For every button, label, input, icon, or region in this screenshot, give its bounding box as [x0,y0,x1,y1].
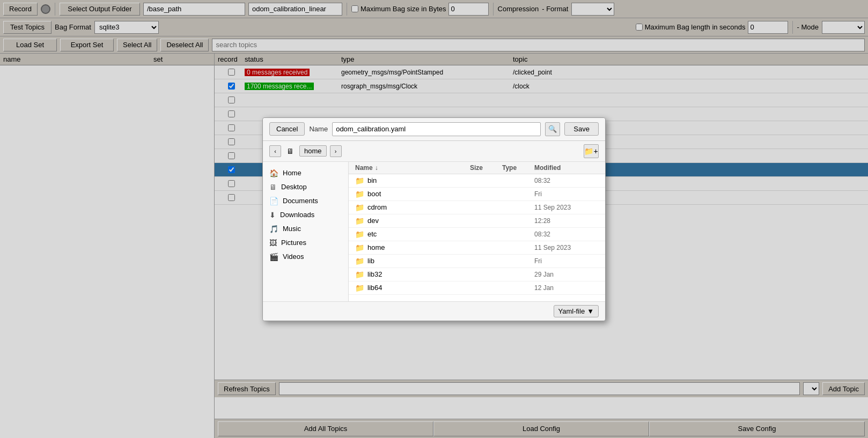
file-modified-6: Fri [534,257,599,265]
file-modified-2: 11 Sep 2023 [534,204,599,211]
col-modified-header: Modified [534,164,599,172]
col-type-header: Type [502,164,534,172]
file-modified-7: 29 Jan [534,271,599,278]
dialog-overlay: Cancel Name 🔍 Save ‹ 🖥 home › 📁+ 🏠 [0,0,868,438]
file-dialog: Cancel Name 🔍 Save ‹ 🖥 home › 📁+ 🏠 [262,117,606,321]
file-row[interactable]: 📁 bin 08:32 [349,174,605,188]
file-type-dropdown[interactable]: Yaml-file ▼ [554,305,599,317]
file-name-label-2: cdrom [367,203,387,211]
file-row[interactable]: 📁 lib Fri [349,255,605,268]
folder-icon-5: 📁 [355,243,364,252]
sidebar-item-desktop[interactable]: 🖥 Desktop [263,180,348,194]
col-size-header: Size [470,164,502,172]
col-name-header[interactable]: Name ↓ [355,164,470,172]
file-name-label-3: dev [367,217,379,225]
file-name-label-4: etc [367,230,377,238]
file-name-label-8: lib64 [367,284,382,292]
dialog-body: 🏠 Home 🖥 Desktop 📄 Documents ⬇ Downloads… [263,162,605,301]
file-rows-container: 📁 bin 08:32 📁 boot Fri 📁 cdrom 11 Sep 20… [349,174,605,295]
sidebar-music-label: Music [283,225,301,233]
file-name-label-6: lib [367,257,374,265]
dialog-filename-input[interactable] [332,122,541,136]
nav-new-folder-button[interactable]: 📁+ [584,144,599,158]
folder-icon-2: 📁 [355,203,364,212]
sidebar-pictures-label: Pictures [281,239,306,247]
folder-icon-6: 📁 [355,257,364,265]
dialog-sidebar: 🏠 Home 🖥 Desktop 📄 Documents ⬇ Downloads… [263,162,349,301]
dialog-footer: Yaml-file ▼ [263,301,605,321]
dialog-header: Cancel Name 🔍 Save [263,118,605,141]
home-icon: 🏠 [269,169,278,177]
nav-path-label: home [299,145,327,157]
file-modified-8: 12 Jan [534,284,599,292]
documents-icon: 📄 [269,197,278,205]
file-row[interactable]: 📁 lib64 12 Jan [349,281,605,295]
sidebar-item-music[interactable]: 🎵 Music [263,222,348,236]
dropdown-arrow-icon: ▼ [587,307,594,315]
sidebar-item-videos[interactable]: 🎬 Videos [263,250,348,264]
sidebar-item-home[interactable]: 🏠 Home [263,166,348,180]
dialog-cancel-button[interactable]: Cancel [269,122,305,136]
folder-icon-4: 📁 [355,230,364,239]
file-name-2: 📁 cdrom [355,203,470,212]
file-type-label: Yaml-file [558,307,585,315]
name-header-label: Name [355,164,373,172]
nav-home-icon: 🖥 [284,145,296,157]
sort-icon: ↓ [375,164,378,172]
file-name-6: 📁 lib [355,257,470,265]
file-name-0: 📁 bin [355,176,470,185]
file-name-8: 📁 lib64 [355,284,470,292]
dialog-save-button[interactable]: Save [564,122,599,136]
file-name-7: 📁 lib32 [355,270,470,279]
nav-forward-button[interactable]: › [330,145,342,157]
dialog-nav: ‹ 🖥 home › 📁+ [263,141,605,162]
file-row[interactable]: 📁 lib32 29 Jan [349,268,605,281]
downloads-icon: ⬇ [269,211,276,219]
music-icon: 🎵 [269,225,278,233]
nav-back-button[interactable]: ‹ [269,145,281,157]
new-folder-icon: 📁+ [584,147,598,155]
dialog-filelist[interactable]: Name ↓ Size Type Modified 📁 bin 08:32 📁 [349,162,605,301]
file-modified-3: 12:28 [534,217,599,225]
file-name-label-7: lib32 [367,270,382,278]
file-name-label-0: bin [367,176,377,184]
file-name-label-1: boot [367,190,381,198]
search-icon: 🔍 [548,125,557,133]
file-row[interactable]: 📁 dev 12:28 [349,214,605,228]
folder-icon-3: 📁 [355,217,364,225]
file-modified-4: 08:32 [534,231,599,238]
file-modified-5: 11 Sep 2023 [534,244,599,251]
file-name-4: 📁 etc [355,230,470,239]
folder-icon-0: 📁 [355,176,364,185]
sidebar-videos-label: Videos [283,253,304,261]
sidebar-downloads-label: Downloads [280,211,314,219]
desktop-icon: 🖥 [269,183,277,191]
sidebar-item-documents[interactable]: 📄 Documents [263,194,348,208]
folder-icon-7: 📁 [355,270,364,279]
sidebar-desktop-label: Desktop [281,183,307,191]
file-row[interactable]: 📁 home 11 Sep 2023 [349,241,605,255]
sidebar-home-label: Home [283,169,301,177]
file-name-5: 📁 home [355,243,470,252]
dialog-search-button[interactable]: 🔍 [545,122,560,136]
file-row[interactable]: 📁 etc 08:32 [349,228,605,241]
file-row[interactable]: 📁 boot Fri [349,188,605,201]
pictures-icon: 🖼 [269,239,277,247]
videos-icon: 🎬 [269,253,278,261]
folder-icon-1: 📁 [355,190,364,198]
file-name-label-5: home [367,243,385,251]
sidebar-item-pictures[interactable]: 🖼 Pictures [263,236,348,250]
file-modified-1: Fri [534,190,599,198]
filelist-header: Name ↓ Size Type Modified [349,162,605,174]
sidebar-documents-label: Documents [283,197,318,205]
file-row[interactable]: 📁 cdrom 11 Sep 2023 [349,201,605,214]
file-name-3: 📁 dev [355,217,470,225]
folder-icon-8: 📁 [355,284,364,292]
file-name-1: 📁 boot [355,190,470,198]
dialog-name-label: Name [309,125,328,133]
sidebar-item-downloads[interactable]: ⬇ Downloads [263,208,348,222]
file-modified-0: 08:32 [534,177,599,184]
